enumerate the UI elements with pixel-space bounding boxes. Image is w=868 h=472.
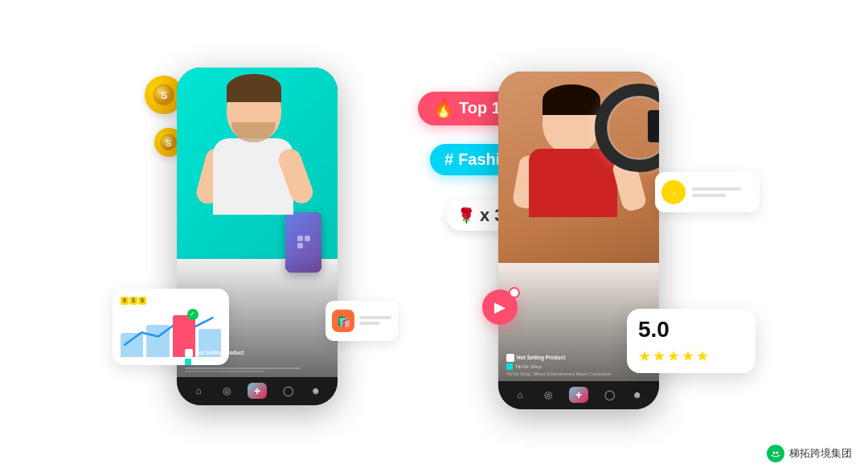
analytics-header: $ $ $: [121, 297, 221, 305]
svg-text:S: S: [161, 89, 168, 101]
right-phone: Hot Selling Product TikTok Shop TikTok S…: [498, 72, 659, 409]
shop-line-short: [359, 322, 380, 325]
phone-nav-left: ⌂ ◎ + ◯ ☻: [177, 377, 338, 405]
nav-home: ⌂: [192, 384, 205, 397]
phone-info-right: Hot Selling Product TikTok Shop TikTok S…: [498, 349, 659, 381]
phone-bottom-title: Hot Selling Product: [195, 350, 244, 355]
phone-bottom-sub-right: TikTok Shop: [515, 364, 542, 369]
tiktok-logo-circle: ♪: [661, 180, 686, 204]
watermark-text: 梯拓跨境集团: [789, 446, 852, 461]
svg-rect-9: [305, 236, 310, 241]
shop-line-long: [359, 316, 391, 319]
bar-2: [146, 325, 169, 357]
dollar-icon-1: $: [121, 297, 129, 305]
nav-plus: +: [248, 383, 267, 399]
nav-profile: ☻: [309, 384, 322, 397]
right-section: 🔥 Top 1 # Fashion 🌹 x 30: [442, 51, 747, 421]
tiktok-rating-card: ♪: [655, 172, 760, 212]
fire-emoji: 🔥: [432, 98, 454, 119]
phone-bottom-title-right: Hot Selling Product: [517, 355, 565, 360]
nav-discover: ◎: [220, 384, 233, 397]
star-3: ★: [667, 347, 680, 365]
hash-icon: #: [444, 150, 453, 169]
svg-rect-8: [297, 236, 303, 241]
shopping-card: 🛍️: [326, 301, 398, 341]
shop-lines: [359, 316, 391, 325]
dollar-icon-3: $: [138, 297, 146, 305]
rose-emoji: 🌹: [457, 207, 475, 224]
svg-rect-10: [297, 243, 303, 248]
phone-bottom-desc: TikTok Shop, Where Entertainment Meets C…: [506, 371, 651, 376]
phone-info: Hot Selling Product TikTok Shop: [177, 344, 338, 377]
tiktok-line-2: [692, 194, 726, 197]
svg-point-13: [773, 452, 776, 454]
dollar-icons: $ $ $: [121, 297, 146, 305]
nav-chat: ◯: [281, 384, 294, 397]
left-section: S ♪: [121, 51, 394, 421]
badge-video: ▶: [482, 289, 518, 325]
star-4: ★: [682, 347, 694, 365]
nav-plus-r: +: [569, 387, 588, 403]
mini-phone: [285, 212, 321, 273]
nav-home-r: ⌂: [514, 388, 526, 401]
nav-profile-r: ☻: [631, 388, 644, 401]
tiktok-lines: [692, 187, 753, 197]
dollar-icon-2: $: [129, 297, 137, 305]
svg-text:S: S: [166, 138, 171, 148]
phone-bottom-sub-left: TikTok Shop: [194, 359, 220, 364]
left-phone: Hot Selling Product TikTok Shop ⌂ ◎ + ◯ …: [177, 68, 338, 405]
check-badge: ✓: [187, 309, 199, 320]
star-5: ★: [696, 347, 709, 365]
mini-phone-screen: [285, 212, 321, 273]
shop-icon: 🛍️: [332, 310, 354, 332]
badge-top1-text: Top 1: [459, 99, 501, 117]
main-container: S ♪: [0, 0, 868, 472]
svg-point-14: [776, 452, 779, 454]
bar-1: [121, 333, 143, 357]
watermark: 梯拓跨境集团: [767, 445, 852, 462]
svg-text:♪: ♪: [672, 189, 676, 197]
nav-discover-r: ◎: [542, 388, 555, 401]
rating-score: 5.0: [638, 317, 744, 343]
wechat-logo: [767, 445, 784, 462]
phone-nav-right: ⌂ ◎ + ◯ ☻: [498, 381, 659, 409]
nav-chat-r: ◯: [603, 388, 616, 401]
tiktok-line-1: [692, 187, 741, 191]
